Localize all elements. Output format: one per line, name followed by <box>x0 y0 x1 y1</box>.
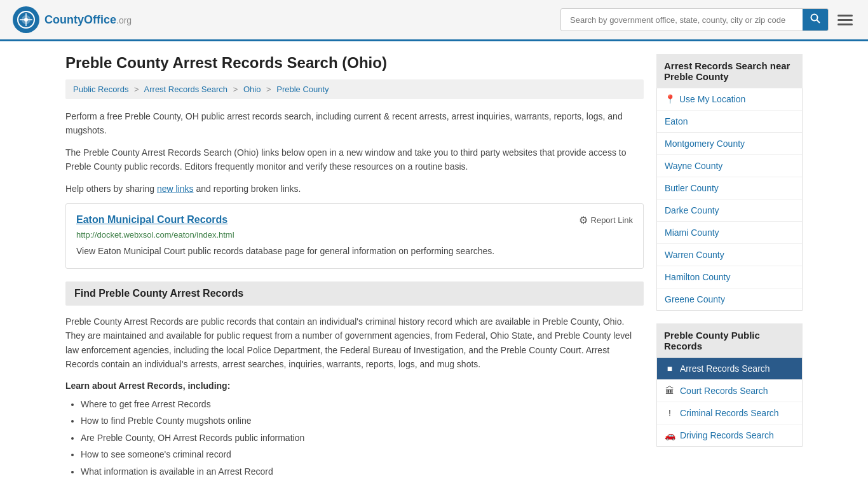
nearby-title: Arrest Records Search nearPreble County <box>656 54 803 88</box>
record-description: View Eaton Municipal Court public record… <box>76 245 633 258</box>
search-button[interactable] <box>803 9 828 30</box>
nearby-miami[interactable]: Miami County <box>657 222 802 244</box>
menu-button[interactable] <box>835 12 855 28</box>
breadcrumb-link-arrest-records[interactable]: Arrest Records Search <box>144 85 228 94</box>
breadcrumb-link-preble[interactable]: Preble County <box>276 85 329 94</box>
find-text: Preble County Arrest Records are public … <box>65 315 644 372</box>
use-location-link[interactable]: Use My Location <box>679 94 745 104</box>
record-url: http://docket.webxsol.com/eaton/index.ht… <box>76 230 633 240</box>
record-criminal-search[interactable]: ! Criminal Records Search <box>657 402 802 424</box>
record-driving-search[interactable]: 🚗 Driving Records Search <box>657 424 802 446</box>
nearby-darke[interactable]: Darke County <box>657 200 802 222</box>
find-header: Find Preble County Arrest Records <box>65 281 644 306</box>
record-card-header: Eaton Municipal Court Records ⚙ Report L… <box>76 214 633 226</box>
learn-item-3: Are Preble County, OH Arrest Records pub… <box>81 430 644 447</box>
record-court-search[interactable]: 🏛 Court Records Search <box>657 380 802 402</box>
learn-item-4: How to see someone's criminal record <box>81 446 644 463</box>
description-2: The Preble County Arrest Records Search … <box>65 146 644 174</box>
page-container: Preble County Arrest Records Search (Ohi… <box>53 41 815 488</box>
svg-point-3 <box>811 15 818 21</box>
svg-point-2 <box>24 18 28 22</box>
nearby-warren[interactable]: Warren County <box>657 244 802 266</box>
criminal-icon: ! <box>665 408 675 418</box>
nearby-list: 📍 Use My Location Eaton Montgomery Count… <box>656 88 803 311</box>
breadcrumb: Public Records > Arrest Records Search >… <box>65 79 644 99</box>
nearby-eaton[interactable]: Eaton <box>657 111 802 133</box>
driving-icon: 🚗 <box>665 430 675 440</box>
report-label: Report Link <box>591 215 633 225</box>
arrest-icon: ■ <box>665 363 675 374</box>
report-icon: ⚙ <box>579 214 588 226</box>
record-card: Eaton Municipal Court Records ⚙ Report L… <box>65 203 644 269</box>
main-content: Preble County Arrest Records Search (Ohi… <box>65 54 644 480</box>
find-section: Find Preble County Arrest Records Preble… <box>65 281 644 480</box>
record-title-link[interactable]: Eaton Municipal Court Records <box>76 214 227 226</box>
learn-list: Where to get free Arrest Records How to … <box>65 396 644 480</box>
record-arrest-search[interactable]: ■ Arrest Records Search <box>657 358 802 380</box>
description-1: Perform a free Preble County, OH public … <box>65 109 644 138</box>
search-input[interactable] <box>561 11 803 29</box>
public-records-section: Preble County PublicRecords ■ Arrest Rec… <box>656 323 803 447</box>
nearby-hamilton[interactable]: Hamilton County <box>657 266 802 288</box>
search-bar <box>560 8 829 31</box>
header-right <box>560 8 855 31</box>
court-icon: 🏛 <box>665 386 675 396</box>
public-records-title: Preble County PublicRecords <box>656 323 803 358</box>
nearby-butler[interactable]: Butler County <box>657 177 802 200</box>
site-header: CountyOffice.org <box>0 0 868 41</box>
breadcrumb-sep-1: > <box>134 85 139 94</box>
learn-item-5: What information is available in an Arre… <box>81 463 644 480</box>
sidebar: Arrest Records Search nearPreble County … <box>656 54 803 480</box>
nearby-montgomery[interactable]: Montgomery County <box>657 133 802 155</box>
location-pin-icon: 📍 <box>665 94 675 104</box>
new-links-link[interactable]: new links <box>157 184 194 194</box>
public-records-list: ■ Arrest Records Search 🏛 Court Records … <box>656 358 803 447</box>
svg-line-4 <box>817 20 820 24</box>
breadcrumb-sep-2: > <box>233 85 238 94</box>
logo-icon <box>13 6 39 33</box>
learn-header: Learn about Arrest Records, including: <box>65 381 644 391</box>
description-3: Help others by sharing new links and rep… <box>65 182 644 196</box>
nearby-greene[interactable]: Greene County <box>657 288 802 310</box>
nearby-use-location[interactable]: 📍 Use My Location <box>657 88 802 111</box>
breadcrumb-link-ohio[interactable]: Ohio <box>243 85 261 94</box>
nearby-wayne[interactable]: Wayne County <box>657 155 802 177</box>
breadcrumb-sep-3: > <box>266 85 271 94</box>
learn-item-2: How to find Preble County mugshots onlin… <box>81 412 644 430</box>
report-link[interactable]: ⚙ Report Link <box>579 214 633 226</box>
page-title: Preble County Arrest Records Search (Ohi… <box>65 54 644 72</box>
logo-text: CountyOffice.org <box>44 13 132 27</box>
learn-item-1: Where to get free Arrest Records <box>81 396 644 413</box>
nearby-section: Arrest Records Search nearPreble County … <box>656 54 803 311</box>
logo-area: CountyOffice.org <box>13 6 132 33</box>
breadcrumb-link-public-records[interactable]: Public Records <box>73 85 128 94</box>
